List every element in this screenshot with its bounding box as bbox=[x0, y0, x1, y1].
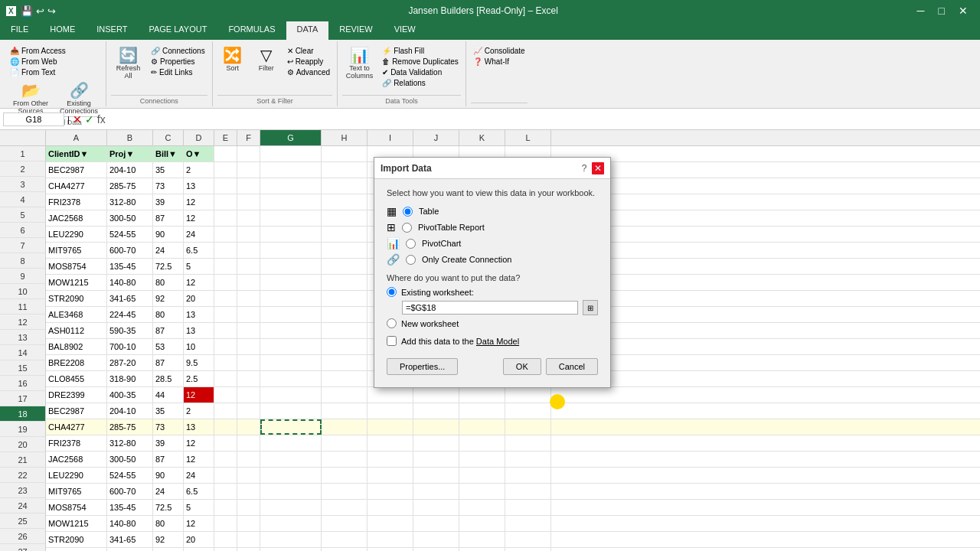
modal-controls: ? ✕ bbox=[578, 162, 604, 174]
view-table-label: Table bbox=[419, 207, 439, 216]
properties-btn[interactable]: Properties... bbox=[387, 358, 458, 375]
data-model-checkbox[interactable] bbox=[387, 336, 397, 346]
modal-view-question: Select how you want to view this data in… bbox=[387, 188, 598, 197]
view-pivotchart-radio[interactable] bbox=[406, 239, 416, 249]
connection-icon: 🔗 bbox=[387, 253, 400, 266]
data-model-underline: Data Model bbox=[476, 337, 519, 346]
view-option-table: ▦ Table bbox=[387, 205, 598, 217]
modal-title: Import Data bbox=[381, 163, 432, 174]
existing-worksheet-label: Existing worksheet: bbox=[401, 288, 474, 297]
modal-help-btn[interactable]: ? bbox=[578, 162, 590, 174]
view-option-connection: 🔗 Only Create Connection bbox=[387, 253, 598, 266]
view-options-group: ▦ Table ⊞ PivotTable Report 📊 PivotChart… bbox=[387, 205, 598, 266]
pivottable-icon: ⊞ bbox=[387, 221, 396, 233]
modal-footer: Properties... OK Cancel bbox=[387, 355, 598, 378]
modal-title-bar: Import Data ? ✕ bbox=[374, 158, 610, 179]
view-connection-label: Only Create Connection bbox=[422, 255, 511, 264]
modal-body: Select how you want to view this data in… bbox=[374, 179, 610, 387]
new-worksheet-radio[interactable] bbox=[387, 318, 397, 328]
view-table-radio[interactable] bbox=[403, 207, 413, 217]
view-connection-radio[interactable] bbox=[406, 255, 416, 265]
location-options: Existing worksheet: ⊞ New worksheet bbox=[387, 287, 598, 328]
pivotchart-icon: 📊 bbox=[387, 237, 400, 249]
new-worksheet-label: New worksheet bbox=[401, 319, 459, 328]
modal-close-btn[interactable]: ✕ bbox=[592, 162, 604, 174]
modal-overlay: Import Data ? ✕ Select how you want to v… bbox=[0, 0, 980, 551]
data-model-row: Add this data to the Data Model bbox=[387, 336, 598, 346]
modal-footer-left: Properties... bbox=[387, 358, 458, 375]
view-option-pivottable: ⊞ PivotTable Report bbox=[387, 221, 598, 233]
view-pivottable-label: PivotTable Report bbox=[418, 223, 485, 232]
existing-worksheet-row: Existing worksheet: bbox=[387, 287, 598, 297]
ok-btn[interactable]: OK bbox=[503, 358, 541, 375]
view-pivottable-radio[interactable] bbox=[402, 223, 412, 233]
table-icon: ▦ bbox=[387, 205, 397, 217]
modal-footer-right: OK Cancel bbox=[503, 358, 598, 375]
import-data-modal: Import Data ? ✕ Select how you want to v… bbox=[374, 157, 611, 388]
cell-ref-picker-btn[interactable]: ⊞ bbox=[583, 300, 598, 315]
location-question: Where do you want to put the data? bbox=[387, 273, 598, 282]
cell-ref-row: ⊞ bbox=[387, 300, 598, 315]
existing-worksheet-radio[interactable] bbox=[387, 287, 397, 297]
cell-ref-input[interactable] bbox=[402, 301, 578, 315]
cancel-btn[interactable]: Cancel bbox=[546, 358, 598, 375]
view-option-pivotchart: 📊 PivotChart bbox=[387, 237, 598, 249]
new-worksheet-row: New worksheet bbox=[387, 318, 598, 328]
data-model-label: Add this data to the Data Model bbox=[401, 337, 519, 346]
view-pivotchart-label: PivotChart bbox=[422, 239, 461, 248]
